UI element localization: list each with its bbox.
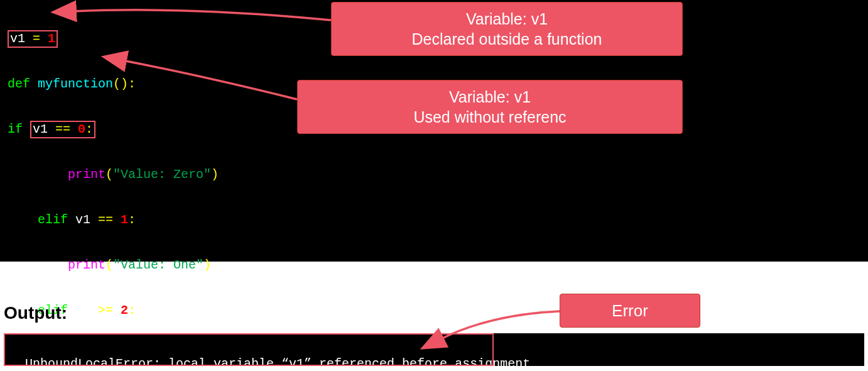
call-print: print: [68, 167, 106, 182]
num-1: 1: [121, 213, 128, 227]
callout-error: Error: [560, 294, 700, 328]
highlight-box-v1-cond: v1 == 0:: [30, 121, 95, 138]
callout-line: Variable: v1: [310, 87, 670, 107]
fn-name: myfunction: [38, 77, 113, 91]
callout-declared-outside: Variable: v1 Declared outside a function: [331, 2, 683, 56]
op-eqeq: ==: [90, 213, 121, 227]
parens: (): [113, 77, 128, 91]
code-line-4: print("Value: Zero"): [8, 163, 860, 186]
code-line-6: print("Value: One"): [8, 254, 860, 277]
colon: :: [128, 303, 136, 318]
colon: :: [85, 122, 93, 136]
code-line-7: elif v1 >= 2:: [8, 299, 860, 322]
num-0: 0: [78, 122, 85, 136]
op-eq: =: [25, 31, 48, 46]
var-v1: v1: [33, 122, 48, 136]
op-ge: >=: [90, 303, 121, 318]
var-v1: v1: [75, 213, 90, 227]
kw-if: if: [8, 122, 23, 136]
callout-line: Declared outside a function: [344, 29, 670, 49]
paren-open: (: [106, 258, 113, 272]
paren-close: ): [211, 167, 219, 182]
colon: :: [128, 77, 136, 91]
var-v1: v1: [10, 31, 25, 46]
output-block: UnboundLocalError: local variable “v1” r…: [4, 333, 864, 366]
kw-def: def: [8, 77, 30, 91]
str-zero: "Value: Zero": [113, 167, 211, 182]
output-heading: Output:: [4, 303, 67, 323]
op-eqeq: ==: [48, 122, 78, 136]
num-2: 2: [121, 303, 128, 318]
str-one: "Value: One": [113, 258, 203, 272]
call-print: print: [68, 258, 106, 272]
colon: :: [128, 213, 136, 227]
kw-elif: elif: [38, 213, 68, 227]
paren-open: (: [106, 167, 113, 182]
code-line-5: elif v1 == 1:: [8, 209, 860, 231]
callout-line: Variable: v1: [344, 9, 670, 29]
callout-line: Used without referenc: [310, 107, 670, 127]
callout-used-without-ref: Variable: v1 Used without referenc: [297, 80, 683, 134]
callout-line: Error: [612, 301, 648, 320]
highlight-box-v1-assign: v1 = 1: [8, 30, 58, 48]
num-1: 1: [48, 31, 55, 46]
var-v1: v1: [75, 303, 90, 318]
paren-close: ): [203, 258, 211, 272]
output-text: UnboundLocalError: local variable “v1” r…: [25, 357, 530, 371]
